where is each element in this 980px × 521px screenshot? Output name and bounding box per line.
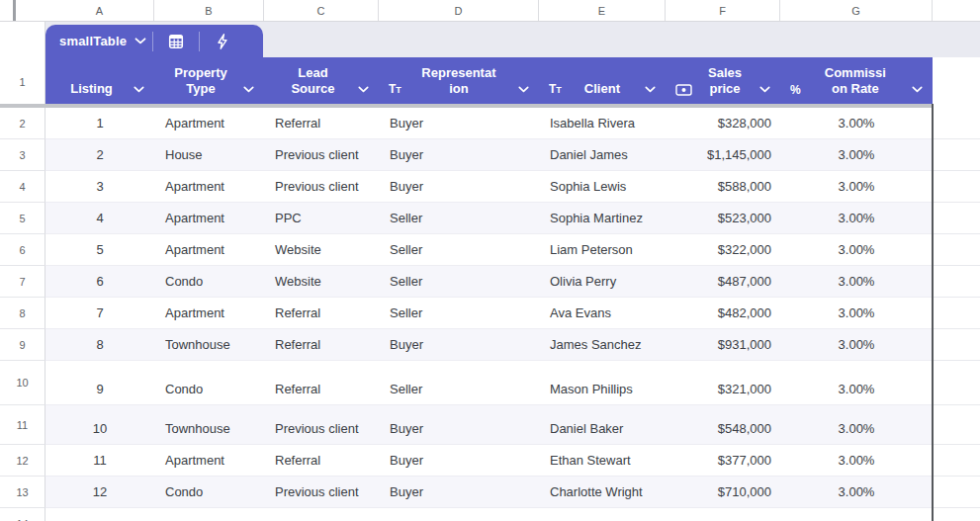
cell-C9[interactable]: Referral [264,329,379,360]
cell-F7[interactable]: $487,000 [666,266,780,297]
column-header-F[interactable]: F [666,0,780,21]
empty-cells-filler[interactable] [933,108,980,139]
chevron-down-icon[interactable] [134,38,146,44]
empty-cells-filler[interactable] [933,234,980,266]
cell-C3[interactable]: Previous client [264,139,379,170]
cell-C12[interactable]: Referral [264,445,379,476]
cell-G2[interactable]: 3.00% [780,108,933,138]
chevron-down-icon[interactable] [243,86,254,93]
chevron-down-icon[interactable] [134,86,144,93]
row-number-7[interactable]: 7 [0,266,45,298]
cell-B8[interactable]: Apartment [154,298,264,328]
frozen-column-divider[interactable] [932,104,934,521]
cell-F11[interactable]: $548,000 [666,405,780,444]
cell-E11[interactable]: Daniel Baker [539,405,666,444]
cell-D4[interactable]: Buyer [379,171,539,202]
row-number-8[interactable]: 8 [0,298,45,329]
column-header-dropdown-G[interactable]: % Commissi on Rate [780,57,933,104]
cell-F9[interactable]: $931,000 [666,329,780,360]
empty-cells-filler[interactable] [933,203,980,234]
cell-C7[interactable]: Website [264,266,379,297]
select-all-corner[interactable] [0,0,45,21]
cell-B13[interactable]: Condo [154,477,264,507]
empty-cells-filler[interactable] [933,361,980,405]
cell-E12[interactable]: Ethan Stewart [539,445,666,476]
row-number-13[interactable]: 13 [0,477,45,508]
column-header-D[interactable]: D [379,0,539,21]
cell-F6[interactable]: $322,000 [666,234,780,265]
row-number-1[interactable]: 1 [0,22,45,104]
cell-G4[interactable]: 3.00% [780,171,933,202]
empty-cells-filler[interactable] [933,329,980,361]
chevron-down-icon[interactable] [645,86,656,93]
cell-C8[interactable]: Referral [264,298,379,328]
cell-A11[interactable]: 10 [45,405,154,444]
cell-F8[interactable]: $482,000 [666,298,780,328]
cell-D13[interactable]: Buyer [379,477,539,507]
cell-A7[interactable]: 6 [45,266,154,297]
cell-G8[interactable]: 3.00% [780,298,933,328]
cell-D6[interactable]: Seller [379,234,539,265]
cell-A3[interactable]: 2 [45,139,154,170]
cell-D3[interactable]: Buyer [379,139,539,170]
cell-G13[interactable]: 3.00% [780,477,933,507]
cell-F4[interactable]: $588,000 [666,171,780,202]
column-header-dropdown-C[interactable]: Lead Source [264,57,379,104]
cell-G7[interactable]: 3.00% [780,266,933,297]
cell-F3[interactable]: $1,145,000 [666,139,780,170]
column-header-B[interactable]: B [154,0,264,21]
cell-C13[interactable]: Previous client [264,477,379,507]
cell-E3[interactable]: Daniel James [539,139,666,170]
cell-D10[interactable]: Seller [379,361,539,404]
cell-A6[interactable]: 5 [45,234,154,265]
cell-G12[interactable]: 3.00% [780,445,933,476]
cell-D5[interactable]: Seller [379,203,539,233]
row-number-4[interactable]: 4 [0,171,45,203]
row-number-12[interactable]: 12 [0,445,45,477]
cell-D7[interactable]: Seller [379,266,539,297]
empty-cells-filler[interactable] [933,445,980,477]
cell-F10[interactable]: $321,000 [666,361,780,404]
cell-B5[interactable]: Apartment [154,203,264,233]
cell-F13[interactable]: $710,000 [666,477,780,507]
empty-cells-filler[interactable] [933,139,980,171]
cell-F2[interactable]: $328,000 [666,108,780,138]
cell-A9[interactable]: 8 [45,329,154,360]
column-header-dropdown-B[interactable]: Property Type [154,57,264,104]
cell-D12[interactable]: Buyer [379,445,539,476]
cell-E13[interactable]: Charlotte Wright [539,477,666,507]
cell-A8[interactable]: 7 [45,298,154,328]
cell-E9[interactable]: James Sanchez [539,329,666,360]
cell-C6[interactable]: Website [264,234,379,265]
cell-E10[interactable]: Mason Phillips [539,361,666,404]
column-header-G[interactable]: G [780,0,933,21]
cell-E6[interactable]: Liam Peterson [539,234,666,265]
cell-B9[interactable]: Townhouse [154,329,264,360]
empty-cells-filler[interactable] [933,508,980,521]
cell-A5[interactable]: 4 [45,203,154,233]
column-header-A[interactable]: A [45,0,154,21]
cell-B11[interactable]: Townhouse [154,405,264,444]
cell-B6[interactable]: Apartment [154,234,264,265]
cell-G11[interactable]: 3.00% [780,405,933,444]
row-number-6[interactable]: 6 [0,234,45,266]
column-header-dropdown-A[interactable]: Listing [45,57,154,104]
cell-C4[interactable]: Previous client [264,171,379,202]
cell-A12[interactable]: 11 [45,445,154,476]
column-header-dropdown-E[interactable]: TT Client [539,57,666,104]
row-number-11[interactable]: 11 [0,405,45,445]
cell-G6[interactable]: 3.00% [780,234,933,265]
cell-A13[interactable]: 12 [45,477,154,507]
cell-G9[interactable]: 3.00% [780,329,933,360]
cell-C5[interactable]: PPC [264,203,379,233]
cell-E5[interactable]: Sophia Martinez [539,203,666,233]
cell-D9[interactable]: Buyer [379,329,539,360]
cell-E4[interactable]: Sophia Lewis [539,171,666,202]
row-number-9[interactable]: 9 [0,329,45,361]
cell-D8[interactable]: Seller [379,298,539,328]
empty-cells-filler[interactable] [933,266,980,298]
lightning-bolt-icon[interactable] [206,29,239,54]
cell-E7[interactable]: Olivia Perry [539,266,666,297]
cell-B10[interactable]: Condo [154,361,264,404]
cell-C2[interactable]: Referral [264,108,379,138]
